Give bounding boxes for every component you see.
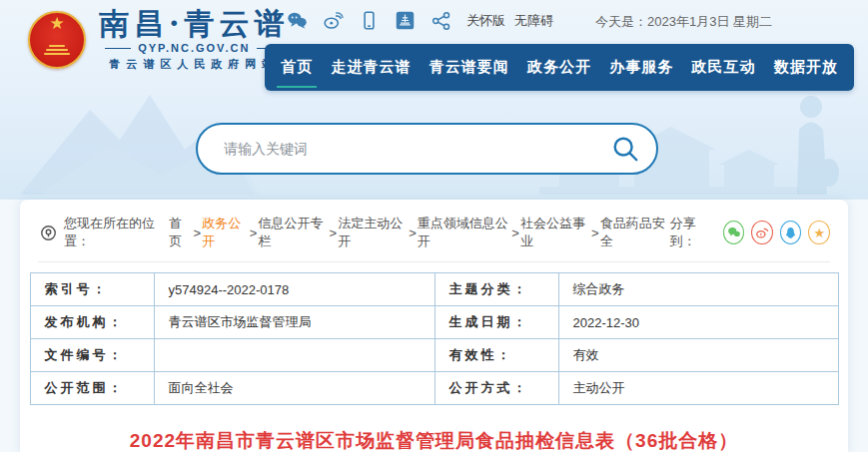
issuing-agency-label: 发布机构：	[30, 306, 154, 339]
nav-item-news[interactable]: 青云谱要闻	[428, 53, 511, 82]
share-bar: 分享到： ★	[670, 215, 830, 250]
content-card: 您现在所在的位置： 首页 > 政务公开 > 信息公开专栏 > 法定主动公开 > …	[20, 200, 848, 452]
location-pin-icon	[40, 225, 57, 241]
document-info-table: 索引号： y574924--2022-0178 主题分类： 综合政务 发布机构：…	[30, 272, 839, 405]
breadcrumb-prefix: 您现在所在的位置：	[64, 215, 169, 250]
current-date: 今天是：2023年1月3日 星期二	[595, 13, 772, 31]
search-icon[interactable]	[610, 134, 640, 164]
topic-category-value: 综合政务	[558, 273, 838, 306]
breadcrumb-item-public-welfare[interactable]: 社会公益事业	[520, 215, 590, 250]
site-subtitle: 青云谱区人民政府网站	[99, 57, 289, 72]
nav-item-home[interactable]: 首页	[279, 53, 315, 82]
table-row: 发布机构： 青云谱区市场监督管理局 生成日期： 2022-12-30	[30, 306, 838, 339]
nav-item-gov-affairs[interactable]: 政务公开	[525, 53, 593, 82]
table-row: 文件编号： 有效性： 有效	[30, 339, 838, 372]
document-number-label: 文件编号：	[30, 339, 154, 372]
mobile-icon[interactable]	[359, 10, 380, 31]
share-label: 分享到：	[670, 215, 716, 250]
generated-date-value: 2022-12-30	[558, 306, 838, 339]
open-method-value: 主动公开	[558, 372, 838, 405]
topic-category-label: 主题分类：	[434, 273, 558, 306]
weibo-share-icon[interactable]	[751, 221, 773, 244]
table-row: 索引号： y574924--2022-0178 主题分类： 综合政务	[30, 273, 838, 306]
breadcrumb-item-home[interactable]: 首页	[169, 215, 192, 250]
breadcrumb-item-food-drug-safety[interactable]: 食品药品安全	[600, 215, 670, 250]
index-number-label: 索引号：	[30, 273, 154, 306]
share-icon[interactable]	[431, 10, 451, 31]
wechat-icon[interactable]	[287, 10, 308, 31]
nav-item-interaction[interactable]: 政民互动	[690, 53, 758, 82]
breadcrumb-item-gov-affairs[interactable]: 政务公开	[202, 215, 249, 250]
open-scope-label: 公开范围：	[30, 372, 154, 405]
search-bar	[196, 123, 658, 175]
app-icon[interactable]	[395, 10, 416, 31]
document-title[interactable]: 2022年南昌市青云谱区市场监督管理局食品抽检信息表（36批合格）	[20, 428, 848, 452]
site-name: 南昌·青云谱	[99, 8, 289, 40]
breadcrumb-row: 您现在所在的位置： 首页 > 政务公开 > 信息公开专栏 > 法定主动公开 > …	[20, 200, 848, 261]
breadcrumb-item-key-fields[interactable]: 重点领域信息公开	[418, 215, 510, 250]
open-method-label: 公开方式：	[434, 372, 558, 405]
document-number-value	[154, 339, 434, 372]
site-domain: QYP.NC.GOV.CN	[138, 42, 250, 54]
index-number-value: y574924--2022-0178	[154, 273, 434, 306]
star-icon: ★	[813, 226, 825, 240]
validity-label: 有效性：	[434, 339, 558, 372]
breadcrumb: 您现在所在的位置： 首页 > 政务公开 > 信息公开专栏 > 法定主动公开 > …	[40, 215, 670, 250]
utility-bar: 关怀版 无障碍	[287, 10, 553, 31]
accessibility-link[interactable]: 无障碍	[514, 12, 553, 30]
site-logo[interactable]: ★ 南昌·青云谱 QYP.NC.GOV.CN 青云谱区人民政府网站	[28, 8, 289, 72]
open-scope-value: 面向全社会	[154, 372, 434, 405]
qzone-share-icon[interactable]: ★	[808, 221, 830, 244]
breadcrumb-item-statutory[interactable]: 法定主动公开	[338, 215, 408, 250]
search-input[interactable]	[224, 141, 610, 157]
nav-item-open-data[interactable]: 数据开放	[772, 53, 840, 82]
nav-item-services[interactable]: 办事服务	[607, 53, 675, 82]
breadcrumb-item-info-column[interactable]: 信息公开专栏	[258, 215, 328, 250]
weibo-icon[interactable]	[323, 10, 344, 31]
national-emblem-icon: ★	[28, 11, 86, 69]
generated-date-label: 生成日期：	[434, 306, 558, 339]
wechat-share-icon[interactable]	[723, 221, 745, 244]
header-hero: ★ 南昌·青云谱 QYP.NC.GOV.CN 青云谱区人民政府网站	[0, 0, 868, 200]
main-nav: 首页 走进青云谱 青云谱要闻 政务公开 办事服务 政民互动 数据开放	[265, 44, 854, 91]
validity-value: 有效	[558, 339, 838, 372]
nav-item-about[interactable]: 走进青云谱	[330, 53, 414, 82]
table-row: 公开范围： 面向全社会 公开方式： 主动公开	[30, 372, 838, 405]
qq-share-icon[interactable]	[780, 221, 802, 244]
care-version-link[interactable]: 关怀版	[466, 12, 505, 30]
issuing-agency-value: 青云谱区市场监督管理局	[154, 306, 434, 339]
breadcrumb-divider	[38, 261, 830, 262]
